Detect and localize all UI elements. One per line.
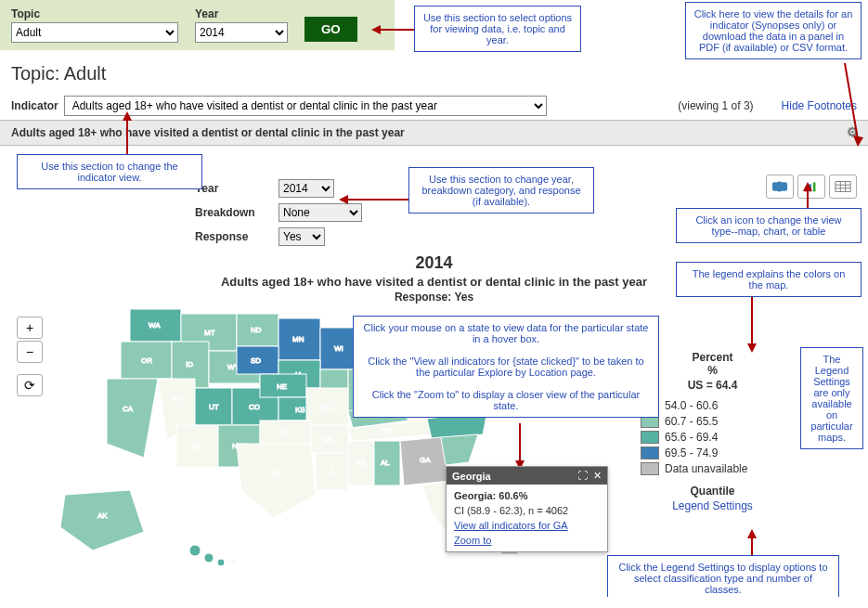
svg-rect-81 <box>374 441 400 485</box>
legend-bin: 69.5 - 74.9 <box>641 446 784 459</box>
table-view-button[interactable] <box>829 175 857 199</box>
svg-rect-77 <box>316 453 348 490</box>
sub-year-label: Year <box>195 182 269 195</box>
svg-point-91 <box>204 553 214 563</box>
svg-marker-99 <box>853 136 863 147</box>
svg-rect-12 <box>237 314 279 346</box>
callout-legend: The legend explains the colors on the ma… <box>676 262 862 297</box>
svg-marker-107 <box>747 343 757 353</box>
legend-bin: 54.0 - 60.6 <box>641 399 784 412</box>
callout-indicator: Use this section to change the indicator… <box>17 154 202 189</box>
callout-hover: Click your mouse on a state to view data… <box>353 316 659 418</box>
go-button[interactable]: GO <box>304 17 357 42</box>
map-controls: + − ⟳ <box>17 317 43 396</box>
svg-marker-105 <box>803 182 812 191</box>
svg-rect-16 <box>320 328 357 369</box>
svg-marker-88 <box>60 490 144 550</box>
svg-line-98 <box>845 63 858 139</box>
legend-bin: Data unavailable <box>641 462 784 475</box>
callout-subfilters: Use this section to change year, breakdo… <box>408 167 594 213</box>
callout-legend-settings: Click the Legend Settings to display opt… <box>607 555 839 597</box>
svg-rect-23 <box>121 342 172 379</box>
legend-title: Percent% <box>641 351 784 377</box>
legend-settings-link[interactable]: Legend Settings <box>641 499 784 512</box>
svg-rect-64 <box>176 425 218 467</box>
popup-all-indicators-link[interactable]: View all indicators for GA <box>454 520 600 531</box>
callout-legend-settings-note: The Legend Settings are only available o… <box>800 347 863 449</box>
callout-view-icons: Click an icon to change the view type--m… <box>676 208 862 243</box>
svg-point-92 <box>217 559 225 566</box>
svg-rect-14 <box>279 318 320 360</box>
sub-breakdown-label: Breakdown <box>195 206 269 219</box>
year-select[interactable]: 2014 <box>195 22 288 43</box>
svg-rect-79 <box>348 441 374 485</box>
legend-quantile: Quantile <box>641 485 784 498</box>
legend-bin: 60.7 - 65.5 <box>641 415 784 428</box>
indicator-label: Indicator <box>11 99 58 112</box>
callout-filter: Use this section to select options for v… <box>414 6 581 52</box>
svg-rect-8 <box>130 309 181 342</box>
svg-rect-68 <box>260 420 311 444</box>
svg-point-90 <box>189 545 201 556</box>
svg-marker-97 <box>371 25 381 34</box>
legend: Percent% US = 64.4 54.0 - 60.6 60.7 - 65… <box>641 351 784 512</box>
legend-us-value: US = 64.4 <box>641 379 784 392</box>
popup-value: Georgia: 60.6% <box>454 490 600 501</box>
svg-rect-3 <box>836 182 850 192</box>
popup-close-icon[interactable]: ✕ <box>593 470 602 482</box>
svg-rect-54 <box>306 388 348 425</box>
svg-marker-41 <box>107 379 158 458</box>
topic-select[interactable]: Adult <box>11 22 178 43</box>
popup-state-name: Georgia <box>452 471 491 482</box>
filter-bar: Topic Adult Year 2014 GO <box>0 0 395 50</box>
topic-label: Topic <box>11 7 178 20</box>
svg-marker-103 <box>339 195 348 204</box>
svg-marker-101 <box>123 111 132 121</box>
state-popup: Georgia ⛶ ✕ Georgia: 60.6% CI (58.9 - 62… <box>446 466 608 552</box>
legend-bin: 65.6 - 69.4 <box>641 431 784 444</box>
year-filter: Year 2014 <box>195 7 288 43</box>
sub-response-select[interactable]: Yes <box>279 227 325 246</box>
zoom-in-button[interactable]: + <box>17 317 43 339</box>
svg-text:HI: HI <box>227 558 235 566</box>
year-label: Year <box>195 7 288 20</box>
topic-filter: Topic Adult <box>11 7 178 43</box>
panel-title: Adults aged 18+ who have visited a denti… <box>11 126 405 139</box>
popup-expand-icon[interactable]: ⛶ <box>577 470 588 482</box>
svg-marker-85 <box>441 434 478 465</box>
zoom-out-button[interactable]: − <box>17 341 43 363</box>
svg-marker-75 <box>237 444 316 518</box>
popup-ci: CI (58.9 - 62.3), n = 4062 <box>454 505 600 516</box>
callout-download: Click here to view the details for an in… <box>685 2 862 59</box>
viewing-count: (viewing 1 of 3) <box>678 99 753 112</box>
sub-year-select[interactable]: 2014 <box>279 179 334 198</box>
svg-marker-111 <box>747 529 757 538</box>
reset-map-button[interactable]: ⟳ <box>17 374 43 396</box>
popup-zoom-link[interactable]: Zoom to <box>454 535 600 546</box>
map-view-button[interactable] <box>766 175 794 199</box>
svg-rect-70 <box>311 425 348 453</box>
svg-rect-29 <box>237 346 279 374</box>
sub-response-label: Response <box>195 230 269 243</box>
svg-rect-45 <box>195 388 232 425</box>
